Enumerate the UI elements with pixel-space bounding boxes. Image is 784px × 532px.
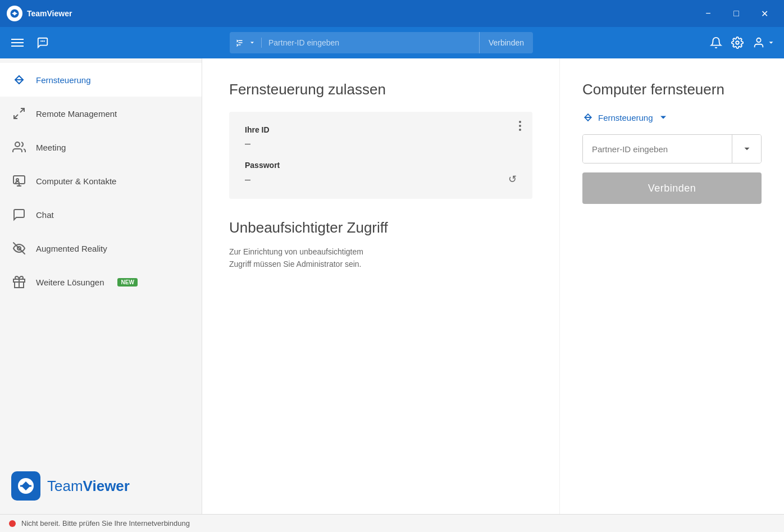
content-left: Fernsteuerung zulassen Ihre ID – Passwor… [202, 58, 559, 514]
maximize-button[interactable]: □ [723, 0, 749, 27]
id-card: Ihre ID – Passwort – ↺ [229, 112, 532, 199]
mode-label: Fernsteuerung [598, 113, 653, 122]
fernsteuerung-icon [11, 72, 27, 88]
verbinden-button[interactable]: Verbinden [582, 172, 762, 204]
toolbar-right [710, 37, 775, 49]
svg-point-5 [15, 142, 20, 147]
chat-bubble-button[interactable] [33, 33, 53, 53]
sidebar-item-meeting[interactable]: Meeting [0, 130, 202, 164]
content-area: Fernsteuerung zulassen Ihre ID – Passwor… [202, 58, 784, 514]
password-row: – ↺ [245, 173, 517, 185]
close-button[interactable]: ✕ [751, 0, 777, 27]
user-menu[interactable] [753, 37, 775, 49]
statusbar: Nicht bereit. Bitte prüfen Sie Ihre Inte… [0, 514, 784, 532]
partner-id-dropdown-button[interactable] [732, 135, 761, 163]
augmented-reality-icon [11, 240, 27, 256]
computer-kontakte-icon [11, 173, 27, 189]
svg-point-9 [16, 179, 19, 181]
sidebar-logo-text: TeamViewer [47, 478, 130, 495]
sidebar-item-augmented-reality-label: Augmented Reality [36, 244, 107, 253]
meeting-icon [11, 139, 27, 155]
sidebar: Fernsteuerung Remote Management [0, 58, 202, 514]
sidebar-logo: TeamViewer [0, 458, 202, 514]
sidebar-item-fernsteuerung-label: Fernsteuerung [36, 75, 91, 85]
sidebar-item-meeting-label: Meeting [36, 143, 66, 152]
sidebar-item-weitere-loesungen-label: Weitere Lösungen [36, 278, 104, 287]
status-text: Nicht bereit. Bitte prüfen Sie Ihre Inte… [21, 519, 190, 528]
sidebar-item-remote-management-label: Remote Management [36, 109, 117, 119]
allow-remote-title: Fernsteuerung zulassen [229, 81, 532, 98]
id-value: – [245, 138, 517, 149]
password-label: Passwort [245, 161, 517, 170]
remote-title: Computer fernsteuern [582, 81, 762, 98]
toolbar-left [9, 33, 53, 53]
settings-button[interactable] [731, 37, 744, 49]
toolbar-center: Verbinden [60, 32, 703, 53]
partner-id-toolbar-input[interactable] [262, 38, 479, 47]
titlebar-controls: − □ ✕ [695, 0, 777, 27]
partner-id-main-input[interactable] [583, 135, 732, 163]
titlebar-logo: TeamViewer [7, 6, 72, 21]
svg-point-1 [736, 41, 739, 44]
connection-type-selector[interactable] [230, 38, 262, 48]
hamburger-menu-button[interactable] [9, 37, 26, 49]
notifications-button[interactable] [710, 37, 722, 49]
svg-point-2 [756, 38, 760, 42]
titlebar: TeamViewer − □ ✕ [0, 0, 784, 27]
minimize-button[interactable]: − [695, 0, 721, 27]
new-badge: NEW [117, 278, 137, 287]
teamviewer-logo-icon [7, 6, 22, 21]
mode-selector[interactable]: Fernsteuerung [582, 112, 762, 123]
sidebar-item-weitere-loesungen[interactable]: Weitere Lösungen NEW [0, 265, 202, 299]
sidebar-item-chat[interactable]: Chat [0, 198, 202, 231]
content-right: Computer fernsteuern Fernsteuerung Verbi… [559, 58, 784, 514]
id-label: Ihre ID [245, 125, 517, 134]
toolbar: Verbinden [0, 27, 784, 58]
connect-toolbar-button[interactable]: Verbinden [479, 32, 533, 53]
weitere-loesungen-icon [11, 274, 27, 290]
titlebar-title: TeamViewer [27, 9, 72, 18]
svg-line-3 [20, 108, 24, 112]
sidebar-logo-box [11, 471, 40, 501]
main-container: Fernsteuerung Remote Management [0, 58, 784, 514]
unattended-title: Unbeaufsichtigter Zugriff [229, 219, 532, 237]
svg-line-4 [14, 115, 18, 119]
sidebar-item-remote-management[interactable]: Remote Management [0, 97, 202, 130]
sidebar-item-chat-label: Chat [36, 210, 54, 220]
remote-management-icon [11, 106, 27, 121]
sidebar-item-computer-kontakte-label: Computer & Kontakte [36, 176, 116, 186]
sidebar-item-augmented-reality[interactable]: Augmented Reality [0, 231, 202, 265]
password-value: – [245, 174, 250, 185]
sidebar-item-fernsteuerung[interactable]: Fernsteuerung [0, 63, 202, 97]
chat-icon [11, 207, 27, 222]
sidebar-nav: Fernsteuerung Remote Management [0, 58, 202, 458]
sidebar-item-computer-kontakte[interactable]: Computer & Kontakte [0, 164, 202, 198]
id-card-menu-button[interactable] [519, 121, 521, 131]
partner-id-bar: Verbinden [230, 32, 533, 53]
partner-id-input-row [582, 134, 762, 163]
status-indicator [9, 520, 16, 527]
unattended-desc: Zur Einrichtung von unbeaufsichtigtemZug… [229, 245, 532, 271]
refresh-password-button[interactable]: ↺ [508, 173, 517, 185]
